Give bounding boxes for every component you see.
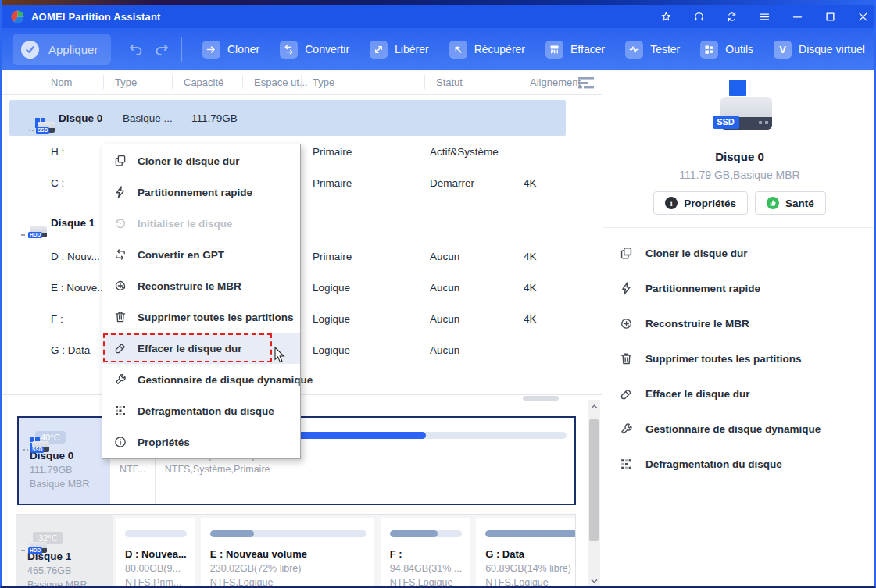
vertical-scrollbar[interactable] — [588, 400, 600, 588]
column-header-capacité[interactable]: Capacité — [184, 77, 223, 88]
toolbar-separator — [181, 37, 182, 62]
sync-icon[interactable] — [721, 9, 742, 26]
tools-toolbar-icon — [700, 41, 718, 59]
menu-item-label: Gestionnaire de disque dynamique — [138, 374, 313, 386]
disk-info-block[interactable]: SSD40°CDisque 0111.79GBBasique MBR — [19, 418, 110, 504]
menu-item-reconstruire-le-mbr[interactable]: Reconstruire le MBR — [102, 270, 300, 301]
scroll-down-icon[interactable] — [591, 574, 598, 588]
disk-scheme: Basique MBR — [30, 479, 110, 490]
table-row-disque-0[interactable]: SSDDisque 0Basique ...111.79GB — [9, 100, 566, 136]
menu-item-gestionnaire-de-disque-dynamique[interactable]: Gestionnaire de disque dynamique — [102, 364, 300, 395]
menu-item-propriétés[interactable]: Propriétés — [102, 426, 300, 458]
toolbar-item-effacer[interactable]: Effacer — [535, 34, 615, 65]
convert-toolbar-icon — [280, 41, 298, 59]
menu-item-supprimer-toutes-les-partitions[interactable]: Supprimer toutes les partitions — [102, 301, 300, 333]
redo-icon[interactable] — [154, 41, 170, 57]
disk-info-block[interactable]: HDD32°CDisque 1465.76GBBasique MBR — [16, 515, 113, 588]
panel-action-reconstruire-le-mbr[interactable]: Reconstruire le MBR — [619, 306, 876, 341]
cell-align: 4K — [524, 251, 537, 262]
delete-partitions-icon — [113, 310, 127, 324]
column-header-alignement[interactable]: Alignement — [530, 77, 581, 88]
app-title: AOMEI Partition Assistant — [31, 11, 161, 23]
partition-filesystem: NTFS,Logique — [485, 577, 576, 588]
maximize-icon[interactable] — [820, 9, 840, 26]
column-header-type[interactable]: Type — [115, 77, 137, 88]
partition-block-g-data[interactable]: G : Data60.89GB(14% libre)NTFS,Logique — [476, 518, 576, 588]
cell-name: Disque 0 — [59, 112, 102, 124]
app-logo-icon — [11, 10, 24, 23]
table-row-g-data[interactable]: G : DataLogiqueAucun — [2, 334, 602, 365]
column-header-nom[interactable]: Nom — [51, 77, 72, 88]
partition-block-f[interactable]: F :94.84GB(31% ...NTFS,Logique — [381, 518, 470, 588]
panel-action-cloner-le-disque-dur[interactable]: Cloner le disque dur — [619, 236, 876, 271]
toolbar-item-convertir[interactable]: Convertir — [270, 34, 359, 65]
health-button[interactable]: Santé — [755, 191, 826, 215]
toolbar-item-lib-rer[interactable]: Libérer — [359, 34, 439, 65]
toolbar-item-label: Tester — [650, 43, 680, 55]
pane-splitter[interactable] — [2, 394, 602, 395]
column-header-espace-ut-[interactable]: Espace ut... — [254, 77, 308, 88]
menu-item-label: Initialiser le disque — [138, 218, 233, 230]
panel-action-partitionnement-rapide[interactable]: Partitionnement rapide — [619, 271, 876, 306]
disk-map-disque-1[interactable]: HDD32°CDisque 1465.76GBBasique MBRD : No… — [16, 514, 576, 588]
column-header-statut[interactable]: Statut — [436, 77, 463, 88]
test-toolbar-icon — [625, 41, 643, 59]
panel-action-supprimer-toutes-les-partitions[interactable]: Supprimer toutes les partitions — [619, 341, 876, 376]
apply-button[interactable]: Appliquer — [13, 34, 111, 65]
menu-item-effacer-le-disque-dur[interactable]: Effacer le disque dur — [102, 333, 300, 364]
star-icon[interactable] — [656, 9, 676, 26]
close-icon[interactable] — [853, 9, 873, 26]
toolbar-item-label: Récupérer — [474, 43, 525, 55]
column-header-type[interactable]: Type — [313, 77, 334, 88]
toolbar-item-cloner[interactable]: Cloner — [192, 34, 270, 65]
properties-icon — [113, 435, 127, 449]
panel-action-label: Gestionnaire de disque dynamique — [645, 423, 821, 435]
menu-item-partitionnement-rapide[interactable]: Partitionnement rapide — [102, 176, 300, 208]
table-row-e-nouve[interactable]: E : Nouve...LogiqueAucun4K — [2, 272, 602, 303]
cell-name: H : — [51, 146, 64, 158]
quick-partition-icon — [113, 185, 127, 199]
vdisk-toolbar-icon: V — [774, 41, 792, 59]
cell-ptype: Logique — [313, 313, 350, 325]
disk-scheme: Basique MBR — [27, 579, 113, 588]
splitter-handle[interactable] — [523, 396, 559, 401]
toolbar-item-tester[interactable]: Tester — [615, 34, 690, 65]
menu-item-défragmentation-du-disque[interactable]: Défragmentation du disque — [102, 395, 300, 426]
toolbar-item-outils[interactable]: Outils — [690, 34, 763, 65]
toolbar-item-disque-virtuel[interactable]: VDisque virtuel — [763, 34, 875, 65]
menu-item-convertir-en-gpt[interactable]: Convertir en GPT — [102, 239, 300, 270]
partition-block-d-nouvea[interactable]: D : Nouvea...80.00GB(9...NTFS,Prim... — [116, 518, 195, 588]
headset-icon[interactable] — [688, 9, 709, 26]
app-window: AOMEI Partition Assistant Appliquer Clon… — [0, 0, 876, 588]
cell-ptype: Primaire — [313, 251, 352, 262]
toolbar-item-r-cup-rer[interactable]: Récupérer — [439, 34, 535, 65]
scroll-up-icon[interactable] — [591, 400, 598, 414]
menu-item-label: Convertir en GPT — [138, 249, 224, 261]
panel-action-gestionnaire-de-disque-dynamique[interactable]: Gestionnaire de disque dynamique — [619, 412, 876, 447]
table-row-f[interactable]: F :LogiqueAucun4K — [2, 303, 602, 334]
partition-filesystem: NTF... — [120, 464, 147, 475]
menu-item-label: Propriétés — [138, 437, 190, 448]
properties-button[interactable]: i Propriétés — [653, 191, 748, 215]
table-row-d-nouv[interactable]: D : Nouv...PrimaireAucun4K — [2, 241, 602, 272]
scrollbar-thumb[interactable] — [589, 419, 599, 541]
dynamic-disk-icon — [619, 422, 634, 437]
partition-size: 94.84GB(31% ... — [390, 563, 462, 574]
hamburger-menu-icon[interactable] — [754, 9, 774, 26]
table-row-h[interactable]: H :PrimaireActif&Système — [2, 136, 602, 167]
table-row-c[interactable]: C :PrimaireDémarrer4K — [2, 167, 602, 198]
minimize-icon[interactable] — [787, 9, 807, 26]
panel-divider — [602, 70, 602, 588]
table-row-disque-1[interactable]: HDDDisque 1 — [2, 205, 602, 241]
undo-icon[interactable] — [128, 41, 144, 57]
panel-action-défragmentation-du-disque[interactable]: Défragmentation du disque — [619, 447, 876, 482]
cell-status: Démarrer — [430, 177, 474, 189]
usage-bar — [485, 530, 576, 537]
toolbar-item-label: Convertir — [305, 43, 349, 55]
panel-action-effacer-le-disque-dur[interactable]: Effacer le disque dur — [619, 376, 876, 412]
cell-type: Basique ... — [123, 112, 173, 124]
partition-block-e-nouveau-volume[interactable]: E : Nouveau volume230.02GB(72% libre)NTF… — [201, 518, 374, 588]
convert-gpt-icon — [113, 248, 127, 262]
menu-item-cloner-le-disque-dur[interactable]: Cloner le disque dur — [102, 145, 300, 176]
wipe-disk-icon — [619, 387, 634, 401]
